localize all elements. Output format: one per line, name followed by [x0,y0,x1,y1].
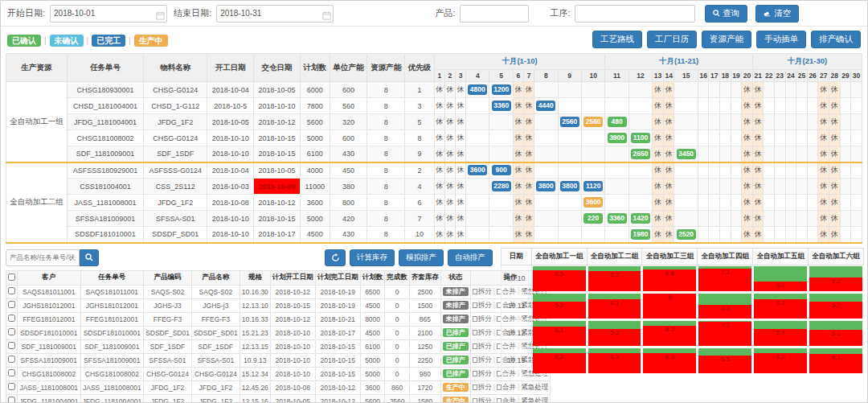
task-row[interactable]: CHSG181008002CHSG181008002CHSG-G0124CHSG… [6,367,551,380]
capacity-cell[interactable]: 3.1 [753,265,809,292]
capacity-cell[interactable]: 4.3 [698,292,753,319]
schedule-bar[interactable]: 1120 [583,181,603,191]
task-row[interactable]: FFEG181012001FFEG181012001FFEG-F3FFEG-F3… [6,312,551,326]
schedule-bar[interactable]: 2560 [583,117,603,127]
tasks-button-计算库存[interactable]: 计算库存 [350,249,395,266]
capacity-cell[interactable]: 5.4 [753,319,809,347]
gantt-row[interactable]: SDSDF181010001SDSDF_SD012018-10-102018-1… [6,227,862,243]
capacity-cell[interactable]: 6.5 [531,265,587,292]
capacity-cell[interactable]: 4.2 [809,265,864,292]
task-row[interactable]: JFDG_1181004001JFDG_1181004001JFDG_1F2JF… [6,394,551,403]
op-拆分-link[interactable]: 拆分 [473,287,492,295]
calendar-icon[interactable] [322,9,331,23]
row-checkbox[interactable] [8,369,15,376]
capacity-cell[interactable]: 6.1 [753,292,809,319]
schedule-bar[interactable]: 480 [608,117,627,127]
tasks-button-模拟排产[interactable]: 模拟排产 [399,249,444,266]
product-input[interactable] [460,5,529,23]
schedule-bar[interactable]: 4440 [536,101,555,111]
tasks-button-自动排产[interactable]: 自动排产 [448,249,493,266]
task-row[interactable]: SAQS181011001SAQS181011001SAQS-S02SAQS-S… [6,285,551,298]
refresh-button[interactable] [325,249,346,266]
toolbar-button-工艺路线[interactable]: 工艺路线 [592,31,642,48]
gantt-row[interactable]: SDF_1181009001SDF_1SDF2018-10-102018-10-… [6,146,862,162]
schedule-bar[interactable]: 2280 [492,181,511,191]
gantt-row[interactable]: CHSD_1181004001CHSD_1-G1122018-10-52018-… [6,98,862,114]
schedule-bar[interactable]: 3600 [468,165,487,175]
process-input[interactable] [575,5,695,23]
row-checkbox[interactable] [8,328,15,335]
capacity-cell[interactable]: 8 [642,292,698,319]
op-拆分-link[interactable]: 拆分 [473,328,492,336]
capacity-cell[interactable]: 6.1 [809,347,864,374]
schedule-bar[interactable]: 3360 [608,213,627,224]
capacity-cell[interactable]: 7.1 [698,265,753,292]
schedule-bar[interactable]: 2560 [560,117,579,127]
capacity-cell[interactable]: 6.3 [587,347,642,374]
gantt-row[interactable]: JFDG_1181004001JFDG_1F22018-10-052018-10… [6,114,862,130]
task-row[interactable]: SDSDF181010001SDSDF181010001SDSDF_SD01SD… [6,326,551,339]
gantt-row[interactable]: 全自动加工二组ASFSSS180929001ASFSSS-G01242018-1… [6,162,862,179]
schedule-bar[interactable]: 900 [492,165,511,175]
op-拆分-link[interactable]: 拆分 [473,356,492,364]
capacity-cell[interactable]: 6.8 [642,265,698,292]
capacity-cell[interactable]: 6.1 [587,292,642,319]
gantt-row[interactable]: JASS_1181008001JFDG_1F22018-10-082018-10… [6,195,862,211]
capacity-cell[interactable]: 5.2 [809,292,864,319]
capacity-cell[interactable]: 7.5 [698,319,753,347]
query-button[interactable]: 查询 [705,5,747,23]
capacity-cell[interactable]: 6.2 [642,319,698,347]
capacity-cell[interactable]: 6.2 [531,347,587,374]
capacity-cell[interactable]: 5.2 [531,292,587,319]
op-拆分-link[interactable]: 拆分 [473,397,492,403]
task-row[interactable]: JASS_1181008001JASS_1181008001JFDG_1F2JF… [6,380,551,394]
schedule-bar[interactable]: 1980 [631,229,650,240]
task-row[interactable]: SFSSA181009001SFSSA181009001SFSSA-S01SFS… [6,353,551,367]
gantt-row[interactable]: CSS181004001CSS_2S1122018-10-032018-10-0… [6,179,862,195]
gantt-row[interactable]: 全自动加工一组CHSG180930001CHSG-G01242018-10-04… [6,82,862,98]
task-row[interactable]: JGHS181012001JGHS181012001JGHS-J3JGHS-j3… [6,298,551,312]
toolbar-button-工厂日历[interactable]: 工厂日历 [647,31,697,48]
op-拆分-link[interactable]: 拆分 [473,342,492,350]
op-拆分-link[interactable]: 拆分 [473,383,492,391]
row-checkbox[interactable] [8,383,15,390]
op-拆分-link[interactable]: 拆分 [473,301,492,309]
capacity-cell[interactable]: 6.1 [531,319,587,347]
select-all-checkbox[interactable] [8,273,15,281]
gantt-row[interactable]: SFSSA181009001SFSSA-S012018-10-102018-10… [6,211,862,227]
capacity-cell[interactable]: 6.2 [753,347,809,374]
start-date-input[interactable] [50,5,167,23]
row-checkbox[interactable] [8,342,15,349]
toolbar-button-资源产能[interactable]: 资源产能 [702,31,751,48]
task-search-input[interactable] [6,249,80,266]
schedule-bar[interactable]: 3800 [560,181,579,191]
task-search-button[interactable] [80,249,99,266]
row-checkbox[interactable] [8,356,15,363]
schedule-bar[interactable]: 2520 [677,229,696,240]
calendar-icon[interactable] [156,9,165,23]
row-checkbox[interactable] [8,301,15,308]
op-拆分-link[interactable]: 拆分 [473,315,492,323]
schedule-bar[interactable]: 3450 [677,149,696,159]
schedule-bar[interactable]: 3800 [536,181,555,191]
schedule-bar[interactable]: 1420 [631,213,650,224]
row-checkbox[interactable] [8,315,15,322]
toolbar-button-排产确认[interactable]: 排产确认 [811,31,861,48]
clear-button[interactable]: 清空 [755,5,799,23]
capacity-cell[interactable]: 5.5 [698,347,753,374]
capacity-cell[interactable]: 6.3 [642,347,698,374]
schedule-bar[interactable]: 3360 [492,101,511,111]
end-date-input[interactable] [216,5,334,23]
capacity-cell[interactable]: 6.2 [587,265,642,292]
schedule-bar[interactable]: 220 [583,213,603,224]
toolbar-button-手动插单[interactable]: 手动插单 [756,31,806,48]
capacity-cell[interactable]: 5.1 [809,319,864,347]
task-row[interactable]: SDF_1181009001SDF_1181009001SDF_1SDFSDF_… [6,339,551,353]
schedule-bar[interactable]: 3600 [583,197,603,208]
schedule-bar[interactable]: 3900 [608,133,627,143]
row-checkbox[interactable] [8,397,15,403]
schedule-bar[interactable]: 4800 [468,84,487,95]
op-拆分-link[interactable]: 拆分 [473,369,492,377]
row-checkbox[interactable] [8,287,15,294]
schedule-bar[interactable]: 1100 [631,133,650,143]
